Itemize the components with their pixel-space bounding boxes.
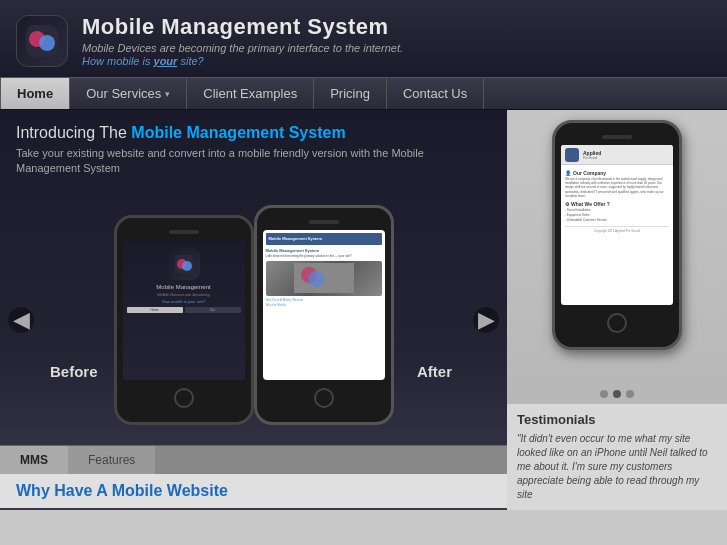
right-phone-home-button: [607, 313, 627, 333]
nav-item-home[interactable]: Home: [0, 78, 70, 109]
dot-indicators: [507, 385, 727, 403]
testimonial-text: "It didn't even occur to me what my site…: [517, 432, 717, 502]
phone-speaker: [169, 230, 199, 234]
tagline2: How mobile is your site?: [82, 55, 403, 67]
left-content: Introducing The Mobile Management System…: [0, 110, 507, 510]
tab-features[interactable]: Features: [68, 446, 155, 474]
dot-3: [626, 390, 634, 398]
right-phone-content: 👤 Our Company We are a company of profes…: [561, 165, 673, 236]
testimonials: Testimonials "It didn't even occur to me…: [507, 403, 727, 510]
right-phone-footer: Copyright 2011 Applied Pro Sound: [565, 226, 669, 233]
svg-point-8: [308, 271, 324, 287]
svg-point-2: [39, 35, 55, 51]
tab-mms[interactable]: MMS: [0, 446, 68, 474]
before-screen-tagline2: How mobile is your site?: [127, 299, 241, 304]
after-header-bar: Mobile Management System: [266, 233, 382, 245]
gear-icon: ⚙: [565, 201, 569, 207]
after-mini-image: [266, 261, 382, 296]
after-phone-screen: Mobile Management System Mobile Manageme…: [263, 230, 385, 380]
right-panel: Applied Pro Sound 👤 Our Company We are a…: [507, 110, 727, 510]
right-phone-screen: Applied Pro Sound 👤 Our Company We are a…: [561, 145, 673, 305]
right-phone: Applied Pro Sound 👤 Our Company We are a…: [552, 120, 682, 350]
after-phone-home-button: [314, 388, 334, 408]
applied-logo-text: Applied: [583, 150, 601, 156]
tagline2-bold: your: [154, 55, 178, 67]
prev-button[interactable]: ◀: [8, 307, 34, 333]
svg-point-5: [182, 261, 192, 271]
logo-icon: [16, 15, 68, 67]
nav-item-client-examples[interactable]: Client Examples: [187, 78, 314, 109]
before-label: Before: [50, 363, 98, 380]
main-layout: Introducing The Mobile Management System…: [0, 110, 727, 510]
tagline2-prefix: How mobile is: [82, 55, 154, 67]
our-company-text: We are a company of professionals in the…: [565, 177, 669, 198]
intro-body: Take your existing website and convert i…: [16, 146, 491, 177]
before-phone-home-button: [174, 388, 194, 408]
before-phone-screen: Mobile Management Mobile Devices are bec…: [123, 240, 245, 380]
right-phone-speaker: [602, 135, 632, 139]
person-icon: 👤: [565, 170, 571, 176]
before-screen-title: Mobile Management: [127, 284, 241, 290]
bottom-tabs: MMS Features: [0, 445, 507, 474]
dot-2: [613, 390, 621, 398]
our-company-title: 👤 Our Company: [565, 170, 669, 176]
before-screen-tagline: Mobile Devices are becoming: [127, 292, 241, 297]
next-button[interactable]: ▶: [473, 307, 499, 333]
nav-item-pricing[interactable]: Pricing: [314, 78, 387, 109]
list-item-customer: - Unbeatable Customer Service: [565, 218, 669, 222]
mini-nav-home: Home: [127, 307, 183, 313]
nav-item-our-services[interactable]: Our Services ▾: [70, 78, 187, 109]
phone-after: Mobile Management System Mobile Manageme…: [254, 205, 394, 425]
applied-logo-sub: Pro Sound: [583, 156, 601, 160]
chevron-down-icon: ▾: [165, 89, 170, 99]
after-label: After: [417, 363, 452, 380]
header-text: Mobile Management System Mobile Devices …: [82, 14, 403, 67]
list-item-sound: - Sound Installation: [565, 208, 669, 212]
intro-heading: Introducing The Mobile Management System: [16, 124, 491, 142]
tagline2-suffix: site?: [177, 55, 203, 67]
right-phone-area: Applied Pro Sound 👤 Our Company We are a…: [507, 110, 727, 385]
mini-nav-our: Our: [185, 307, 241, 313]
header: Mobile Management System Mobile Devices …: [0, 0, 727, 77]
bottom-text: Why Have A Mobile Website: [0, 474, 507, 508]
bottom-heading: Why Have A Mobile Website: [16, 482, 491, 500]
list-item-equipment: - Equipment Sales: [565, 213, 669, 217]
before-screen-logo: [168, 248, 200, 280]
main-nav: Home Our Services ▾ Client Examples Pric…: [0, 77, 727, 110]
what-we-offer-title: ⚙ What We Offer ?: [565, 201, 669, 207]
nav-item-contact-us[interactable]: Contact Us: [387, 78, 484, 109]
phone-before: Mobile Management Mobile Devices are bec…: [114, 215, 254, 425]
before-screen-nav: Home Our: [127, 307, 241, 313]
site-title: Mobile Management System: [82, 14, 403, 40]
phone-speaker-after: [309, 220, 339, 224]
testimonials-title: Testimonials: [517, 412, 717, 427]
tagline: Mobile Devices are becoming the primary …: [82, 42, 403, 54]
phone-showcase: ◀ Mobile Management Mobil: [0, 195, 507, 445]
applied-logo-icon: [565, 148, 579, 162]
right-phone-header: Applied Pro Sound: [561, 145, 673, 165]
before-screen-content: Mobile Management Mobile Devices are bec…: [123, 240, 245, 380]
after-screen-content: Mobile Management System Mobile Manageme…: [263, 230, 385, 380]
dot-1: [600, 390, 608, 398]
intro-text: Introducing The Mobile Management System…: [0, 110, 507, 185]
svg-rect-9: [567, 150, 577, 160]
